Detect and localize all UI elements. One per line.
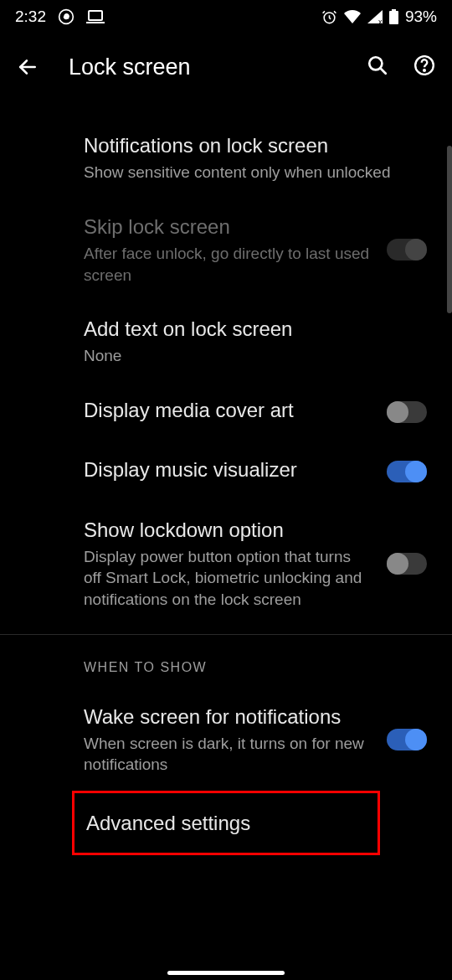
music-visualizer-toggle[interactable]	[387, 461, 427, 482]
svg-rect-6	[389, 11, 398, 24]
help-button[interactable]	[413, 54, 435, 80]
svg-rect-5	[392, 9, 396, 11]
display-media-cover-art-item[interactable]: Display media cover art	[0, 382, 452, 441]
add-text-on-lock-screen-item[interactable]: Add text on lock screen None	[0, 301, 452, 382]
setting-subtitle: None	[84, 345, 427, 367]
setting-title: Display music visualizer	[84, 456, 370, 482]
setting-title: Display media cover art	[84, 397, 370, 423]
svg-point-11	[424, 70, 425, 71]
svg-text:x: x	[378, 18, 383, 23]
whatsapp-icon	[58, 8, 74, 25]
status-bar: 2:32 x 93%	[0, 0, 452, 34]
setting-subtitle: Display power button option that turns o…	[84, 546, 370, 611]
advanced-settings-item[interactable]: Advanced settings	[72, 791, 380, 855]
setting-subtitle: When screen is dark, it turns on for new…	[84, 733, 370, 776]
svg-line-9	[380, 68, 386, 74]
app-bar: Lock screen	[0, 34, 452, 101]
battery-icon	[389, 9, 398, 24]
media-cover-art-toggle[interactable]	[387, 401, 427, 423]
page-title: Lock screen	[69, 54, 336, 80]
back-arrow-icon	[17, 56, 39, 78]
show-lockdown-option-item[interactable]: Show lockdown option Display power butto…	[0, 502, 452, 626]
svg-rect-1	[89, 11, 102, 20]
setting-subtitle: After face unlock, go directly to last u…	[84, 243, 370, 286]
back-button[interactable]	[17, 56, 39, 78]
search-button[interactable]	[367, 54, 388, 80]
skip-lock-screen-toggle	[387, 239, 427, 260]
setting-title: Skip lock screen	[84, 214, 370, 240]
setting-title: Wake screen for notifications	[84, 704, 370, 730]
status-left: 2:32	[15, 8, 105, 26]
help-icon	[413, 54, 435, 76]
setting-title: Advanced settings	[86, 810, 366, 836]
app-bar-actions	[367, 54, 435, 80]
navigation-handle[interactable]	[167, 971, 285, 975]
signal-icon: x	[367, 10, 383, 23]
setting-title: Notifications on lock screen	[84, 132, 427, 158]
wake-screen-toggle[interactable]	[387, 729, 427, 750]
status-right: x 93%	[321, 8, 437, 26]
setting-title: Show lockdown option	[84, 517, 370, 543]
settings-list[interactable]: Notifications on lock screen Show sensit…	[0, 101, 452, 855]
battery-percent: 93%	[405, 8, 437, 26]
wifi-icon	[344, 10, 361, 23]
wake-screen-for-notifications-item[interactable]: Wake screen for notifications When scree…	[0, 689, 452, 791]
display-music-visualizer-item[interactable]: Display music visualizer	[0, 441, 452, 501]
notifications-on-lock-screen-item[interactable]: Notifications on lock screen Show sensit…	[0, 117, 452, 199]
laptop-icon	[86, 10, 105, 23]
setting-subtitle: Show sensitive content only when unlocke…	[84, 162, 427, 183]
when-to-show-header: WHEN TO SHOW	[0, 635, 452, 689]
status-time: 2:32	[15, 8, 46, 26]
skip-lock-screen-item: Skip lock screen After face unlock, go d…	[0, 199, 452, 301]
alarm-icon	[321, 9, 337, 25]
scrollbar[interactable]	[447, 146, 452, 313]
setting-title: Add text on lock screen	[84, 316, 427, 342]
lockdown-toggle[interactable]	[387, 553, 427, 575]
search-icon	[367, 54, 388, 76]
